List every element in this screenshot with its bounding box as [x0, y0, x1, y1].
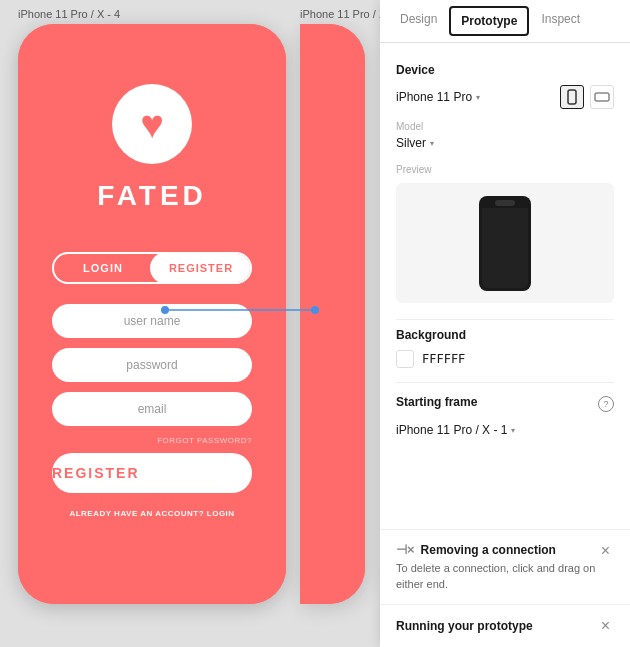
- model-select[interactable]: Silver ▾: [396, 136, 614, 150]
- divider-1: [396, 319, 614, 320]
- iphone-frame-2: [300, 24, 365, 604]
- background-section: Background FFFFFF: [396, 328, 614, 368]
- svg-rect-3: [568, 90, 576, 104]
- close-notification-2-button[interactable]: ×: [597, 617, 614, 635]
- starting-frame-chevron-icon: ▾: [511, 426, 515, 435]
- iphone-frame-2-inner: [300, 24, 365, 604]
- tab-register[interactable]: REGISTER: [150, 252, 252, 284]
- app-content: ♥ FATED LOGIN REGISTER user name passwor…: [18, 24, 286, 604]
- bg-hex-value[interactable]: FFFFFF: [422, 352, 465, 366]
- tab-design[interactable]: Design: [390, 0, 447, 42]
- notification-title-1: ⊣× Removing a connection: [396, 542, 597, 557]
- tab-container: LOGIN REGISTER: [52, 252, 252, 284]
- device-icons: [560, 85, 614, 109]
- preview-label: Preview: [396, 164, 614, 175]
- forgot-password-text[interactable]: FORGOT PASSWORD?: [157, 436, 252, 445]
- device-name: iPhone 11 Pro: [396, 90, 472, 104]
- iphone-frame-1: ♥ FATED LOGIN REGISTER user name passwor…: [18, 24, 286, 604]
- right-panel: Design Prototype Inspect Device iPhone 1…: [380, 0, 630, 647]
- portrait-icon-btn[interactable]: [560, 85, 584, 109]
- input-password[interactable]: password: [52, 348, 252, 382]
- bg-color-swatch[interactable]: [396, 350, 414, 368]
- frame1-label: iPhone 11 Pro / X - 4: [18, 8, 120, 20]
- running-prototype-notification: Running your prototype ×: [380, 604, 630, 647]
- starting-frame-select[interactable]: iPhone 11 Pro / X - 1 ▾: [396, 423, 614, 437]
- model-label: Model: [396, 121, 614, 132]
- phone-preview-screen: [482, 208, 528, 288]
- landscape-icon-btn[interactable]: [590, 85, 614, 109]
- register-button[interactable]: REGISTER: [52, 453, 252, 493]
- connection-icon: ⊣×: [396, 542, 415, 557]
- heart-logo: ♥: [112, 84, 192, 164]
- tab-login[interactable]: LOGIN: [54, 254, 152, 282]
- divider-2: [396, 382, 614, 383]
- starting-frame-section: Starting frame ? iPhone 11 Pro / X - 1 ▾: [396, 391, 614, 437]
- bg-section-label: Background: [396, 328, 614, 342]
- device-section-label: Device: [396, 63, 614, 77]
- phone-preview: [479, 196, 531, 291]
- starting-frame-value: iPhone 11 Pro / X - 1: [396, 423, 507, 437]
- heart-icon: ♥: [140, 104, 164, 144]
- panel-tabs: Design Prototype Inspect: [380, 0, 630, 43]
- notification-content-1: ⊣× Removing a connection To delete a con…: [396, 542, 597, 592]
- running-title: Running your prototype: [396, 619, 533, 633]
- removing-connection-notification: ⊣× Removing a connection To delete a con…: [380, 529, 630, 604]
- starting-frame-row: Starting frame ?: [396, 391, 614, 417]
- close-notification-1-button[interactable]: ×: [597, 542, 614, 560]
- already-account-text: ALREADY HAVE AN ACCOUNT? LOGIN: [69, 509, 234, 518]
- tab-inspect[interactable]: Inspect: [531, 0, 590, 42]
- app-title: FATED: [97, 180, 207, 212]
- device-row: iPhone 11 Pro ▾: [396, 85, 614, 109]
- login-link[interactable]: LOGIN: [207, 509, 235, 518]
- info-icon[interactable]: ?: [598, 396, 614, 412]
- svg-rect-4: [595, 93, 609, 101]
- chevron-down-icon: ▾: [476, 93, 480, 102]
- panel-content: Device iPhone 11 Pro ▾ Model Si: [380, 43, 630, 529]
- bg-value-row: FFFFFF: [396, 350, 614, 368]
- input-username[interactable]: user name: [52, 304, 252, 338]
- device-select[interactable]: iPhone 11 Pro ▾: [396, 90, 480, 104]
- starting-frame-label: Starting frame: [396, 395, 477, 409]
- input-email[interactable]: email: [52, 392, 252, 426]
- notification-desc-1: To delete a connection, click and drag o…: [396, 561, 597, 592]
- tab-prototype[interactable]: Prototype: [449, 6, 529, 36]
- model-chevron-icon: ▾: [430, 139, 434, 148]
- phone-preview-notch: [495, 200, 515, 206]
- preview-container: [396, 183, 614, 303]
- device-section: Device iPhone 11 Pro ▾ Model Si: [396, 63, 614, 303]
- model-value: Silver: [396, 136, 426, 150]
